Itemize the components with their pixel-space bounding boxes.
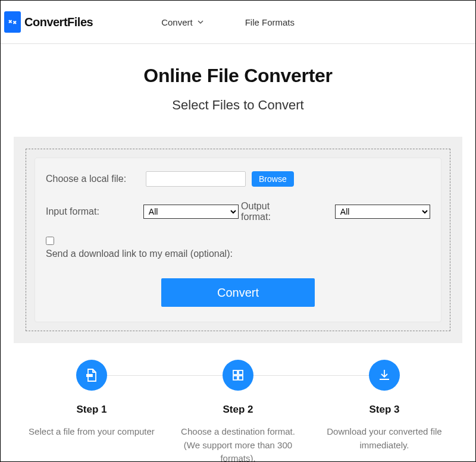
form-box: Choose a local file: Browse Input format… xyxy=(35,158,441,322)
page-subtitle: Select Files to Convert xyxy=(1,98,475,113)
step-2: Step 2 Choose a destination format. (We … xyxy=(167,360,309,462)
nav-label: Convert xyxy=(161,17,193,27)
step-1: FILE Step 1 Select a file from your comp… xyxy=(20,360,163,462)
nav-file-formats[interactable]: File Formats xyxy=(245,17,295,27)
email-row: Send a download link to my email (option… xyxy=(46,237,430,259)
nav: Convert File Formats xyxy=(161,17,295,27)
steps: FILE Step 1 Select a file from your comp… xyxy=(1,343,475,462)
svg-rect-3 xyxy=(239,370,243,375)
email-checkbox-label: Send a download link to my email (option… xyxy=(46,249,233,259)
svg-rect-4 xyxy=(233,376,237,380)
choose-file-label: Choose a local file: xyxy=(46,174,146,184)
step-title: Step 3 xyxy=(313,404,456,416)
header: ConvertFiles Convert File Formats xyxy=(1,1,475,44)
step-desc: Choose a destination format. (We support… xyxy=(167,425,309,462)
step-desc: Select a file from your computer xyxy=(20,425,163,439)
file-input[interactable] xyxy=(146,171,246,187)
browse-button[interactable]: Browse xyxy=(252,171,294,187)
dropzone[interactable]: Choose a local file: Browse Input format… xyxy=(26,149,450,331)
output-format-select[interactable]: All xyxy=(335,205,430,219)
converter-panel: Choose a local file: Browse Input format… xyxy=(14,137,462,343)
chevron-down-icon xyxy=(198,19,203,25)
step-desc: Download your converted file immediately… xyxy=(313,425,456,452)
logo[interactable]: ConvertFiles xyxy=(4,11,93,33)
file-icon: FILE xyxy=(76,360,107,391)
svg-rect-2 xyxy=(233,370,237,375)
hero: Online File Converter Select Files to Co… xyxy=(1,44,475,128)
page-title: Online File Converter xyxy=(1,65,475,87)
input-format-select[interactable]: All xyxy=(143,205,239,219)
email-checkbox[interactable] xyxy=(46,237,54,245)
svg-rect-5 xyxy=(239,376,243,380)
download-icon xyxy=(369,360,400,391)
file-row: Choose a local file: Browse xyxy=(46,171,430,187)
step-title: Step 2 xyxy=(167,404,309,416)
svg-text:FILE: FILE xyxy=(87,374,93,377)
step-3: Step 3 Download your converted file imme… xyxy=(313,360,456,462)
input-format-label: Input format: xyxy=(46,206,143,217)
nav-label: File Formats xyxy=(245,17,295,27)
nav-convert[interactable]: Convert xyxy=(161,17,203,27)
convert-button[interactable]: Convert xyxy=(161,278,315,307)
output-format-label: Output format: xyxy=(241,201,300,222)
logo-icon xyxy=(4,11,21,33)
format-row: Input format: All Output format: All xyxy=(46,201,430,222)
step-title: Step 1 xyxy=(20,404,163,416)
grid-icon xyxy=(223,360,253,391)
logo-text: ConvertFiles xyxy=(24,15,93,29)
